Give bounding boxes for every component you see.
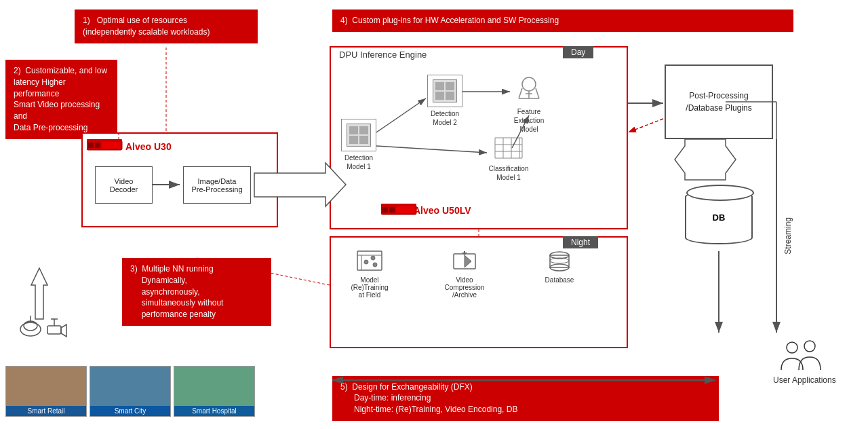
streaming-label: Streaming: [783, 217, 793, 255]
night-badge: Night: [563, 236, 598, 248]
smart-hospital-thumbnail: Smart Hospital: [174, 366, 255, 417]
svg-rect-45: [47, 326, 61, 334]
svg-marker-46: [61, 324, 66, 337]
svg-rect-22: [389, 207, 395, 212]
image-data-block: Image/DataPre-Processing: [183, 166, 251, 204]
svg-point-29: [371, 256, 375, 260]
svg-point-30: [373, 263, 377, 267]
classification-model-label: ClassificationModel 1: [489, 164, 529, 182]
feature-extraction-label: FeatureExtractionModel: [514, 107, 544, 134]
svg-rect-23: [396, 206, 415, 213]
alveo-u50-label: Alveo U50LV: [414, 205, 471, 216]
callout-1: 1) Optimal use of resources(independentl…: [75, 10, 258, 43]
svg-line-56: [628, 119, 663, 132]
night-icons-area: Model(Re)Trainingat Field VideoCompressi…: [339, 250, 590, 299]
detection-model-1-icon: [347, 124, 371, 147]
thumbnails-row: Smart Retail Smart City Smart Hospital: [5, 366, 255, 417]
diagram: 1) Optimal use of resources(independentl…: [0, 0, 868, 429]
svg-line-6: [519, 88, 522, 98]
database-night-icon-group: Database: [529, 250, 590, 299]
svg-rect-1: [88, 143, 94, 148]
detection-model-2-icon: [433, 79, 457, 102]
svg-marker-32: [465, 255, 471, 267]
detection-model-2-group: DetectionModel 2: [427, 75, 462, 127]
smart-retail-thumbnail: Smart Retail: [5, 366, 87, 417]
callout-5-text: 5) Design for Exchangeability (DFX) Day-…: [340, 382, 517, 415]
post-processing-label: Post-Processing/Database Plugins: [686, 90, 751, 114]
video-compression-icon: [451, 250, 478, 274]
callout-1-text: 1): [83, 16, 90, 25]
callout-5: 5) Design for Exchangeability (DFX) Day-…: [332, 376, 719, 421]
callout-3: 3) Multiple NN running Dynamically, asyn…: [122, 258, 271, 326]
detection-model-1-label: DetectionModel 1: [344, 153, 373, 171]
video-decoder-block: VideoDecoder: [95, 166, 153, 204]
video-decoder-label: VideoDecoder: [110, 177, 138, 193]
db-cylinder: DB: [685, 190, 753, 244]
alveo-u30-label: Alveo U30: [125, 141, 172, 152]
svg-marker-57: [675, 139, 736, 180]
detection-model-2-label: DetectionModel 2: [431, 109, 459, 127]
callout-3-text: 3) Multiple NN running Dynamically, asyn…: [130, 264, 223, 319]
smart-retail-label: Smart Retail: [6, 406, 86, 416]
detection-model-1-block: [341, 119, 376, 151]
svg-point-39: [787, 342, 797, 353]
database-night-icon: [546, 250, 573, 274]
callout-4: 4) Custom plug-ins for HW Acceleration a…: [332, 10, 793, 32]
callout-2-text: 2) Customizable, and lowlatency Higher p…: [14, 66, 107, 132]
classification-model-group: ClassificationModel 1: [488, 134, 529, 182]
user-apps-icon: [777, 339, 831, 373]
svg-point-28: [364, 260, 368, 264]
svg-rect-25: [357, 251, 382, 270]
smart-city-label: Smart City: [90, 406, 170, 416]
dpu-label: DPU Inference Engine: [339, 50, 427, 60]
user-applications: User Applications: [773, 339, 836, 385]
post-processing-box: Post-Processing/Database Plugins: [665, 64, 773, 139]
svg-point-40: [804, 341, 815, 352]
image-data-label: Image/DataPre-Processing: [191, 177, 242, 193]
detection-model-1-group: DetectionModel 1: [341, 119, 376, 171]
classification-model-icon: [488, 134, 529, 164]
db-label: DB: [713, 212, 726, 223]
video-compression-icon-group: VideoCompression/Archive: [434, 250, 495, 299]
feature-extraction-group: FeatureExtractionModel: [512, 75, 546, 134]
svg-point-5: [522, 77, 536, 91]
smart-hospital-label: Smart Hospital: [174, 406, 254, 416]
user-applications-label: User Applications: [773, 375, 836, 385]
svg-rect-24: [381, 204, 416, 206]
smart-city-thumbnail: Smart City: [90, 366, 171, 417]
feature-extraction-icon: [512, 75, 546, 107]
svg-line-7: [536, 88, 539, 98]
svg-rect-3: [102, 142, 121, 149]
db-container: DB: [685, 190, 753, 244]
svg-point-42: [20, 322, 41, 336]
svg-rect-2: [95, 143, 100, 148]
model-retraining-label: Model(Re)Trainingat Field: [351, 276, 388, 299]
svg-rect-4: [87, 139, 122, 142]
day-badge: Day: [563, 46, 593, 58]
alveo-u30-card-icon: [87, 138, 124, 153]
callout-2: 2) Customizable, and lowlatency Higher p…: [5, 60, 117, 139]
callout-4-text: 4) Custom plug-ins for HW Acceleration a…: [340, 16, 559, 25]
model-retraining-icon-group: Model(Re)Trainingat Field: [339, 250, 400, 299]
camera-icons: [14, 265, 68, 346]
model-retraining-icon: [356, 250, 383, 274]
svg-rect-36: [550, 255, 569, 267]
video-compression-label: VideoCompression/Archive: [445, 276, 485, 299]
svg-marker-41: [31, 268, 47, 319]
database-night-label: Database: [545, 276, 574, 284]
svg-rect-21: [382, 207, 388, 212]
alveo-u50-card-icon: [381, 202, 418, 217]
detection-model-2-block: [427, 75, 462, 107]
